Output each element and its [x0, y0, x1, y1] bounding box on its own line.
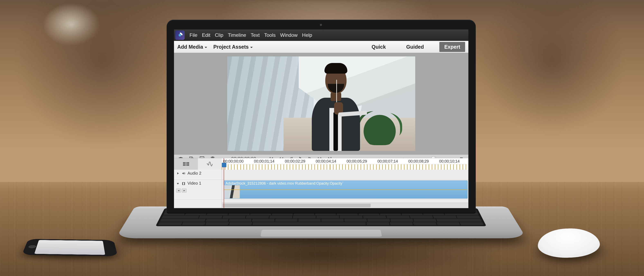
track-header-audio-2[interactable]: Audio 2 [174, 170, 222, 180]
svg-rect-15 [187, 165, 189, 166]
menu-window[interactable]: Window [280, 32, 298, 38]
svg-rect-17 [182, 182, 183, 185]
expand-right-icon[interactable] [176, 172, 180, 175]
track-next-keyframe-icon[interactable]: ▸ [182, 188, 187, 192]
ruler-label: 00;00;10;14 [439, 159, 468, 164]
track-lane-audio-2[interactable] [222, 170, 468, 180]
mode-quick[interactable]: Quick [367, 42, 391, 52]
mouse-body [538, 227, 603, 259]
photo-scene: File Edit Clip Timeline Text Tools Windo… [0, 0, 644, 276]
laptop-lid: File Edit Clip Timeline Text Tools Windo… [166, 20, 476, 214]
preview-person-hair [324, 63, 347, 74]
add-media-dropdown[interactable]: Add Media [177, 44, 207, 50]
ruler-label: 00;00;07;14 [378, 159, 408, 164]
menu-tools[interactable]: Tools [264, 32, 276, 38]
timeline-scrollbar[interactable] [222, 202, 468, 208]
track-video-1: Video 1 ◂ ▸ AdobeStock_315212806 - dark … [174, 180, 468, 200]
clip-thumbnail [224, 185, 240, 198]
ruler-label: 00;00;02;29 [285, 159, 316, 164]
menu-help[interactable]: Help [302, 32, 312, 38]
menu-file[interactable]: File [190, 32, 198, 38]
laptop-trackpad [260, 230, 382, 236]
preview-person [302, 63, 368, 151]
timeline-ruler[interactable]: 00;00;00;00 00;00;01;14 00;00;02;29 00;0… [222, 158, 468, 170]
preview-panel: 00;00;00;00 [174, 53, 468, 158]
mode-expert[interactable]: Expert [439, 42, 465, 52]
track-header-video-1[interactable]: Video 1 ◂ ▸ [174, 180, 222, 199]
ruler-ticks [222, 164, 468, 170]
menu-clip[interactable]: Clip [215, 32, 223, 38]
workspace-mode-tabs: Quick Guided Expert [367, 42, 465, 52]
track-audio-2: Audio 2 [174, 170, 468, 180]
timeline-view-tabs [174, 158, 222, 170]
track-header-empty [174, 200, 222, 208]
svg-rect-9 [183, 165, 185, 166]
menu-text[interactable]: Text [251, 32, 260, 38]
svg-rect-13 [187, 162, 189, 163]
computer-mouse [538, 227, 603, 259]
preview-person-tie [334, 112, 338, 151]
svg-rect-18 [184, 182, 185, 185]
ruler-label: 00;00;05;29 [346, 159, 378, 164]
svg-rect-7 [183, 162, 185, 163]
collapse-down-icon[interactable] [176, 182, 180, 186]
workspace-toolbar: Add Media Project Assets Quick Guided Ex… [174, 41, 468, 53]
ruler-label: 00;00;08;29 [408, 159, 439, 164]
timeline-tracks: Audio 2 Video 1 [174, 170, 468, 208]
svg-rect-12 [186, 165, 186, 166]
svg-rect-14 [187, 164, 189, 164]
track-prev-keyframe-icon[interactable]: ◂ [176, 188, 181, 192]
preview-frame [174, 53, 468, 154]
video-clip[interactable]: AdobeStock_315212806 - dark video.mov Ru… [224, 180, 468, 198]
track-lane-video-1[interactable]: AdobeStock_315212806 - dark video.mov Ru… [222, 180, 468, 199]
project-assets-dropdown[interactable]: Project Assets [213, 44, 253, 50]
clip-label: AdobeStock_315212806 - dark video.mov Ru… [226, 181, 344, 186]
timeline-panel: 00;00;00;00 00;00;01;14 00;00;02;29 00;0… [174, 158, 468, 208]
ruler-label: 00;00;01;14 [254, 159, 285, 164]
preview-person-neck [330, 92, 341, 101]
ruler-label: 00;00;04;14 [316, 159, 346, 164]
phone-screen [34, 240, 105, 255]
speaker-icon[interactable] [182, 172, 186, 175]
laptop-screen: File Edit Clip Timeline Text Tools Windo… [174, 30, 468, 208]
timeline-view-tracks-icon[interactable] [174, 158, 198, 170]
video-editor-app: File Edit Clip Timeline Text Tools Windo… [174, 30, 468, 208]
menu-timeline[interactable]: Timeline [228, 32, 246, 38]
timeline-playhead[interactable] [224, 158, 224, 208]
smartphone [22, 239, 118, 256]
timeline-view-audio-icon[interactable] [198, 158, 222, 170]
app-logo-icon [175, 30, 184, 40]
ruler-label: 00;00;00;00 [223, 159, 254, 164]
menu-bar: File Edit Clip Timeline Text Tools Windo… [174, 30, 468, 41]
filmstrip-icon[interactable] [182, 182, 186, 186]
ruler-labels: 00;00;00;00 00;00;01;14 00;00;02;29 00;0… [223, 159, 468, 164]
svg-rect-8 [183, 164, 185, 164]
track-label: Audio 2 [188, 171, 202, 176]
mode-guided[interactable]: Guided [401, 42, 429, 52]
menu-edit[interactable]: Edit [202, 32, 210, 38]
svg-rect-10 [186, 162, 186, 163]
svg-rect-11 [186, 164, 186, 164]
laptop-camera [320, 24, 322, 26]
track-label: Video 1 [188, 181, 201, 186]
video-preview[interactable] [227, 56, 415, 151]
track-nav-buttons: ◂ ▸ [176, 188, 187, 192]
